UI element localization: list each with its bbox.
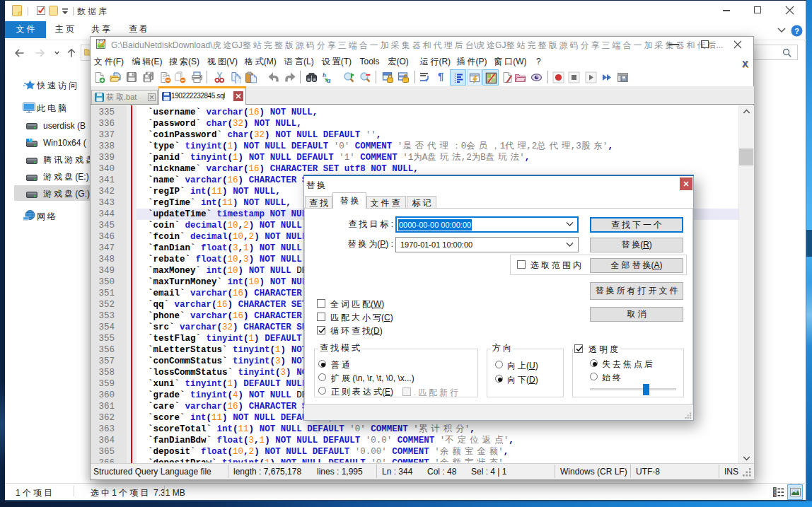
svg-text:?: ? — [794, 27, 799, 35]
